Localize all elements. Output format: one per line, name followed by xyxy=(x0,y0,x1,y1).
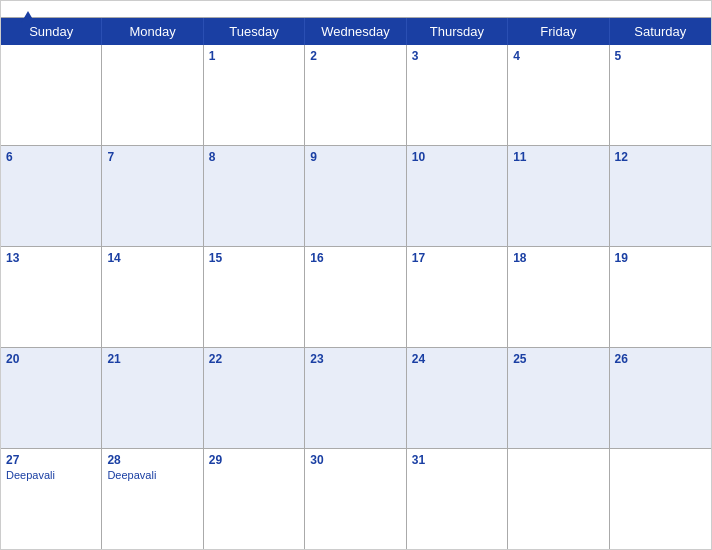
day-headers-row: SundayMondayTuesdayWednesdayThursdayFrid… xyxy=(1,18,711,45)
day-number: 2 xyxy=(310,49,400,63)
day-cell: 6 xyxy=(1,146,102,246)
day-number: 3 xyxy=(412,49,502,63)
day-number: 8 xyxy=(209,150,299,164)
day-cell: 5 xyxy=(610,45,711,145)
logo-triangle-icon xyxy=(21,11,35,23)
day-cell: 10 xyxy=(407,146,508,246)
day-cell: 15 xyxy=(204,247,305,347)
day-cell: 28Deepavali xyxy=(102,449,203,549)
day-number: 30 xyxy=(310,453,400,467)
day-number: 20 xyxy=(6,352,96,366)
day-number: 19 xyxy=(615,251,706,265)
day-cell: 25 xyxy=(508,348,609,448)
day-number: 5 xyxy=(615,49,706,63)
week-row-2: 6789101112 xyxy=(1,146,711,247)
day-cell: 21 xyxy=(102,348,203,448)
event-label: Deepavali xyxy=(6,469,96,481)
week-row-1: 12345 xyxy=(1,45,711,146)
calendar-container: SundayMondayTuesdayWednesdayThursdayFrid… xyxy=(0,0,712,550)
day-cell: 18 xyxy=(508,247,609,347)
day-number: 12 xyxy=(615,150,706,164)
day-number: 17 xyxy=(412,251,502,265)
weeks-container: 1234567891011121314151617181920212223242… xyxy=(1,45,711,549)
day-number: 31 xyxy=(412,453,502,467)
day-cell: 24 xyxy=(407,348,508,448)
day-cell: 13 xyxy=(1,247,102,347)
day-number: 11 xyxy=(513,150,603,164)
day-number: 1 xyxy=(209,49,299,63)
day-cell: 9 xyxy=(305,146,406,246)
logo xyxy=(17,11,35,23)
day-cell: 20 xyxy=(1,348,102,448)
day-number: 4 xyxy=(513,49,603,63)
day-number: 16 xyxy=(310,251,400,265)
day-cell: 26 xyxy=(610,348,711,448)
day-cell xyxy=(102,45,203,145)
day-number: 15 xyxy=(209,251,299,265)
week-row-3: 13141516171819 xyxy=(1,247,711,348)
day-number: 21 xyxy=(107,352,197,366)
day-cell: 19 xyxy=(610,247,711,347)
day-header-tuesday: Tuesday xyxy=(204,18,305,45)
day-number: 27 xyxy=(6,453,96,467)
day-cell xyxy=(610,449,711,549)
day-cell: 31 xyxy=(407,449,508,549)
day-cell: 23 xyxy=(305,348,406,448)
week-row-4: 20212223242526 xyxy=(1,348,711,449)
day-number: 26 xyxy=(615,352,706,366)
logo-blue-text xyxy=(17,11,35,23)
day-header-thursday: Thursday xyxy=(407,18,508,45)
day-cell: 16 xyxy=(305,247,406,347)
day-number: 29 xyxy=(209,453,299,467)
day-cell: 11 xyxy=(508,146,609,246)
day-header-saturday: Saturday xyxy=(610,18,711,45)
day-cell: 22 xyxy=(204,348,305,448)
day-cell: 17 xyxy=(407,247,508,347)
week-row-5: 27Deepavali28Deepavali293031 xyxy=(1,449,711,549)
day-number: 9 xyxy=(310,150,400,164)
day-cell: 7 xyxy=(102,146,203,246)
day-cell: 1 xyxy=(204,45,305,145)
day-number: 6 xyxy=(6,150,96,164)
day-cell: 8 xyxy=(204,146,305,246)
day-number: 7 xyxy=(107,150,197,164)
day-cell: 4 xyxy=(508,45,609,145)
event-label: Deepavali xyxy=(107,469,197,481)
day-cell: 29 xyxy=(204,449,305,549)
calendar-header xyxy=(1,1,711,17)
day-header-monday: Monday xyxy=(102,18,203,45)
day-cell: 2 xyxy=(305,45,406,145)
calendar-table: SundayMondayTuesdayWednesdayThursdayFrid… xyxy=(1,17,711,549)
day-cell: 30 xyxy=(305,449,406,549)
day-cell xyxy=(508,449,609,549)
day-cell xyxy=(1,45,102,145)
day-number: 28 xyxy=(107,453,197,467)
day-cell: 27Deepavali xyxy=(1,449,102,549)
day-number: 24 xyxy=(412,352,502,366)
day-cell: 12 xyxy=(610,146,711,246)
day-number: 18 xyxy=(513,251,603,265)
day-header-wednesday: Wednesday xyxy=(305,18,406,45)
day-number: 23 xyxy=(310,352,400,366)
day-number: 25 xyxy=(513,352,603,366)
day-number: 22 xyxy=(209,352,299,366)
day-cell: 14 xyxy=(102,247,203,347)
day-header-friday: Friday xyxy=(508,18,609,45)
day-number: 13 xyxy=(6,251,96,265)
day-cell: 3 xyxy=(407,45,508,145)
day-number: 10 xyxy=(412,150,502,164)
day-number: 14 xyxy=(107,251,197,265)
